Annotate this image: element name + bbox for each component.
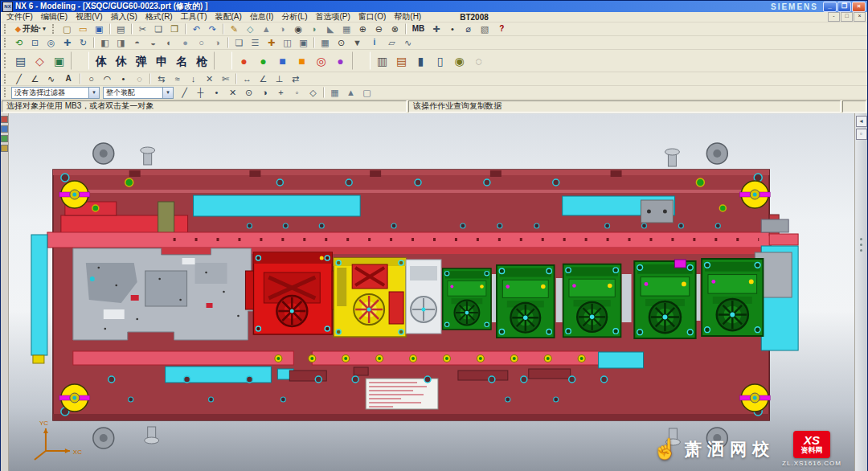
standard-parts-icon[interactable]: ▥ xyxy=(373,51,391,71)
minimize-button[interactable]: _ xyxy=(823,2,837,12)
punch-insert-icon[interactable]: ▮ xyxy=(411,51,430,71)
purple-dot-icon[interactable]: ● xyxy=(331,51,350,71)
extrude-icon[interactable]: ▲ xyxy=(259,23,274,35)
spline-tool-icon[interactable]: ∿ xyxy=(43,72,59,85)
die-station-green-1[interactable] xyxy=(443,268,491,330)
expand-panel-icon[interactable]: ▫ xyxy=(856,129,867,140)
paste-icon[interactable]: ❒ xyxy=(167,23,182,35)
project-curve-icon[interactable]: ↓ xyxy=(186,72,201,85)
measure-distance-icon[interactable]: ⌀ xyxy=(461,23,476,35)
open-folder-icon[interactable]: ▭ xyxy=(76,23,91,35)
snap-mid-point-icon[interactable]: ┼ xyxy=(193,86,208,99)
sketch-icon[interactable]: ✎ xyxy=(227,23,242,35)
splitter-handle[interactable] xyxy=(860,238,862,252)
target-icon[interactable]: ◎ xyxy=(312,51,330,71)
menu-information[interactable]: 信息(I) xyxy=(246,11,277,23)
pierce-tool-icon[interactable]: ◌ xyxy=(469,51,488,71)
curve-analysis-icon[interactable]: ∿ xyxy=(400,36,416,49)
die-insert-icon[interactable]: ▯ xyxy=(431,51,449,71)
print-icon[interactable]: ▤ xyxy=(113,23,129,35)
assembly-navigator-tab[interactable] xyxy=(1,116,8,123)
part-navigator-tab[interactable] xyxy=(1,125,8,133)
tool-shen-button[interactable]: 申 xyxy=(152,51,171,71)
offset-curve-icon[interactable]: ≈ xyxy=(170,72,185,85)
bottom-pink-strips[interactable] xyxy=(73,351,600,365)
history-tab[interactable] xyxy=(1,145,8,152)
snap-intersection-icon[interactable]: ✕ xyxy=(225,86,240,99)
snap-point-on-surface-icon[interactable]: ◇ xyxy=(305,86,321,99)
trimetric-view-icon[interactable]: ◧ xyxy=(97,36,113,49)
snap-existing-point-icon[interactable]: + xyxy=(273,86,289,99)
burring-tool-icon[interactable]: ◉ xyxy=(450,51,469,71)
new-file-icon[interactable]: ▢ xyxy=(59,23,75,35)
convert-curve-icon[interactable]: ⇄ xyxy=(288,72,303,85)
point-icon[interactable]: • xyxy=(444,23,460,35)
window-cascade-icon[interactable]: ❏ xyxy=(231,36,247,49)
collapse-panel-icon[interactable]: ◂ xyxy=(856,116,867,127)
graphics-viewport[interactable]: XC YC ☝ 萧洒网校 XS 资料网 ZL.XS1616.COM xyxy=(9,113,854,471)
toolbar-grip[interactable] xyxy=(4,38,8,47)
text-tool-icon[interactable]: A xyxy=(59,72,77,85)
selection-filter-dropdown[interactable]: 没有选择过滤器 ▾ xyxy=(11,87,100,99)
wireframe-view-icon[interactable]: ○ xyxy=(194,36,209,49)
close-button[interactable]: × xyxy=(852,2,866,12)
strip-layout-icon[interactable]: ▤ xyxy=(392,51,411,71)
tool-body-button[interactable]: 体 xyxy=(92,51,111,71)
studio-render-icon[interactable]: ◑ xyxy=(210,36,225,49)
line-tool-icon[interactable]: ╱ xyxy=(11,72,27,85)
interior-edges-icon[interactable]: ▢ xyxy=(359,86,375,99)
toolbar-grip[interactable] xyxy=(52,24,56,34)
ellipse-tool-icon[interactable]: ◌ xyxy=(132,72,147,85)
die-station-gray[interactable] xyxy=(406,260,441,334)
snap-end-point-icon[interactable]: ╱ xyxy=(177,86,192,99)
menu-format[interactable]: 格式(R) xyxy=(141,11,177,23)
rotate-view-icon[interactable]: ↻ xyxy=(76,36,91,49)
menu-help[interactable]: 帮助(H) xyxy=(390,11,425,23)
boundary-icon[interactable]: ▱ xyxy=(384,36,399,49)
strip-exit[interactable] xyxy=(769,234,798,245)
zoom-icon[interactable]: ◎ xyxy=(43,36,59,49)
dimension-icon[interactable]: ↔ xyxy=(240,72,255,85)
redo-icon[interactable]: ↷ xyxy=(205,23,220,35)
menu-view[interactable]: 视图(V) xyxy=(72,11,106,23)
menu-preferences[interactable]: 首选项(P) xyxy=(312,11,354,23)
die-station-red[interactable] xyxy=(245,252,338,334)
datum-plane-icon[interactable]: ◇ xyxy=(243,23,258,35)
layer-settings-icon[interactable]: ☰ xyxy=(248,36,263,49)
edge-blend-icon[interactable]: ◗ xyxy=(307,23,322,35)
snap-point-on-curve-icon[interactable]: ◦ xyxy=(289,86,305,99)
help-icon[interactable]: ? xyxy=(493,23,510,35)
menu-window[interactable]: 窗口(O) xyxy=(354,11,390,23)
child-close-button[interactable]: × xyxy=(854,12,866,22)
refresh-view-icon[interactable]: ⟲ xyxy=(11,36,27,49)
pan-icon[interactable]: ✚ xyxy=(59,36,75,49)
selection-filter-icon[interactable]: ▼ xyxy=(350,36,365,49)
tool-qiang-button[interactable]: 枪 xyxy=(192,51,211,71)
section-view-icon[interactable]: ◫ xyxy=(280,36,295,49)
constraints-icon[interactable]: ◇ xyxy=(31,51,49,71)
menu-insert[interactable]: 插入(S) xyxy=(106,11,141,23)
highlight-selection-icon[interactable]: ▦ xyxy=(327,86,342,99)
red-ball-icon[interactable]: ● xyxy=(235,51,253,71)
chamfer-icon[interactable]: ◣ xyxy=(323,23,338,35)
move-object-icon[interactable]: ✚ xyxy=(428,23,444,35)
selection-scope-dropdown[interactable]: 整个装配 ▾ xyxy=(103,87,174,99)
gray-bracket-topright[interactable] xyxy=(761,219,788,232)
yellow-chip-left[interactable] xyxy=(33,355,44,363)
reuse-library-icon[interactable]: ▣ xyxy=(50,51,68,71)
cyan-block-left[interactable] xyxy=(31,235,47,355)
shell-icon[interactable]: ▦ xyxy=(339,23,354,35)
menu-bt2008[interactable]: BT2008 xyxy=(456,13,493,22)
menu-edit[interactable]: 编辑(E) xyxy=(37,11,72,23)
die-station-green-2[interactable] xyxy=(497,265,555,338)
gray-block-on-cyan[interactable] xyxy=(641,200,674,223)
revolve-icon[interactable]: ◑ xyxy=(275,23,290,35)
intersect-curve-icon[interactable]: ✕ xyxy=(202,72,217,85)
child-minimize-button[interactable]: - xyxy=(828,12,840,22)
intersect-icon[interactable]: ⊗ xyxy=(387,23,403,35)
wcs-orient-icon[interactable]: ✚ xyxy=(264,36,279,49)
orange-box-icon[interactable]: ■ xyxy=(293,51,311,71)
toolbar-grip[interactable] xyxy=(4,74,8,84)
reuse-library-tab[interactable] xyxy=(1,135,8,142)
green-ball-icon[interactable]: ● xyxy=(254,51,272,71)
